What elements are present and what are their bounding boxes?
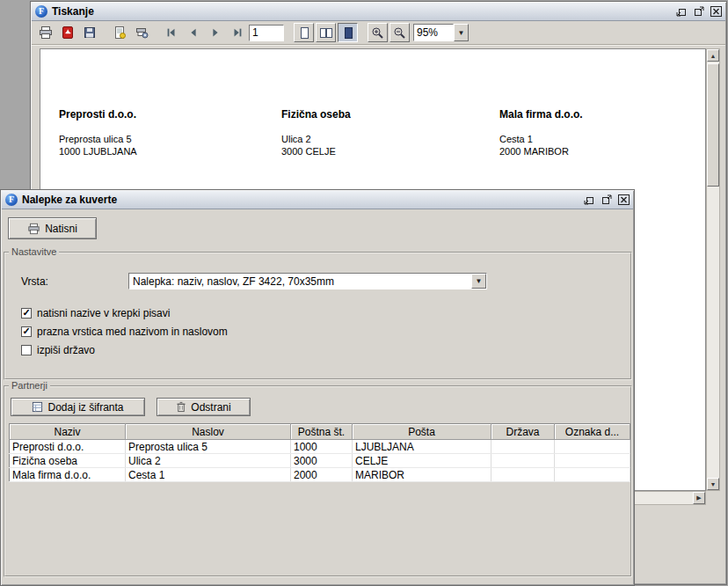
bold-names-checkbox[interactable]: ✓ — [21, 308, 32, 319]
bold-names-checkbox-label: natisni nazive v krepki pisavi — [37, 307, 170, 319]
table-row[interactable]: Mala firma d.o.o. Cesta 1 2000 MARIBOR — [10, 468, 630, 482]
continuous-view-button[interactable] — [338, 23, 358, 42]
cell-drzava[interactable] — [491, 468, 555, 482]
cell-posta[interactable]: LJUBLJANA — [353, 440, 491, 454]
label-street: Preprosta ulica 5 — [59, 133, 137, 145]
column-header-postna-st[interactable]: Poštna št. — [291, 424, 353, 440]
preview-label-3: Mala firma d.o.o. Cesta 1 2000 MARIBOR — [499, 108, 583, 157]
vertical-scrollbar[interactable]: ▲ ▼ — [706, 48, 720, 491]
partners-group: Partnerji Dodaj iz šifranta Odstrani Naz… — [4, 385, 632, 577]
label-name: Fizična oseba — [281, 108, 351, 121]
cell-oznaka[interactable] — [555, 468, 630, 482]
previous-page-icon[interactable] — [183, 23, 203, 42]
column-header-drzava[interactable]: Država — [491, 424, 555, 440]
print-button[interactable] — [35, 23, 55, 42]
cell-naslov[interactable]: Ulica 2 — [126, 454, 291, 468]
zoom-dropdown-arrow-icon[interactable]: ▼ — [454, 24, 469, 41]
print-window-titlebar[interactable]: F Tiskanje — [32, 3, 725, 21]
label-city: 3000 CELJE — [281, 145, 351, 157]
labels-window-titlebar[interactable]: F Nalepke za kuverte — [2, 191, 633, 209]
label-name: Preprosti d.o.o. — [59, 108, 137, 121]
toolbar-separator — [360, 23, 366, 42]
print-country-checkbox[interactable]: ✓ — [21, 345, 32, 355]
cell-naziv[interactable]: Mala firma d.o.o. — [10, 468, 126, 482]
register-icon — [32, 401, 43, 413]
scroll-up-icon[interactable]: ▲ — [707, 49, 719, 62]
maximize-window-icon[interactable] — [693, 6, 704, 18]
cell-posta[interactable]: MARIBOR — [353, 468, 491, 482]
column-header-naslov[interactable]: Naslov — [126, 424, 291, 440]
cell-postna-st[interactable]: 3000 — [291, 454, 353, 468]
preview-label-2: Fizična oseba Ulica 2 3000 CELJE — [281, 108, 351, 157]
zoom-in-button[interactable] — [368, 23, 388, 42]
app-logo-icon: F — [5, 194, 18, 206]
zoom-level-combobox[interactable]: 95% ▼ — [413, 24, 469, 41]
table-row[interactable]: Preprosti d.o.o. Preprosta ulica 5 1000 … — [10, 440, 630, 454]
print-setup-icon[interactable] — [131, 23, 151, 42]
save-icon[interactable] — [79, 23, 99, 42]
printer-icon — [27, 223, 40, 235]
label-street: Ulica 2 — [281, 133, 351, 145]
partners-table[interactable]: Naziv Naslov Poštna št. Pošta Država Ozn… — [9, 423, 630, 482]
facing-pages-view-button[interactable] — [316, 23, 336, 42]
zoom-level-value: 95% — [413, 24, 454, 41]
bold-names-checkbox-row: ✓ natisni nazive v krepki pisavi — [21, 307, 170, 319]
check-icon: ✓ — [22, 308, 30, 317]
first-page-icon[interactable] — [161, 23, 181, 42]
natisni-button-label: Natisni — [45, 223, 77, 235]
remove-button[interactable]: Odstrani — [157, 398, 251, 416]
partners-table-header-row: Naziv Naslov Poštna št. Pošta Država Ozn… — [10, 424, 630, 440]
maximize-window-icon[interactable] — [601, 194, 612, 206]
last-page-icon[interactable] — [227, 23, 247, 42]
trash-icon — [176, 401, 186, 413]
float-window-icon[interactable] — [675, 6, 687, 18]
next-page-icon[interactable] — [205, 23, 225, 42]
cell-naslov[interactable]: Preprosta ulica 5 — [126, 440, 291, 454]
settings-group-label: Nastavitve — [9, 246, 59, 257]
cell-naziv[interactable]: Preprosti d.o.o. — [10, 440, 126, 454]
add-from-register-label: Dodaj iz šifranta — [47, 401, 123, 414]
preview-label-1: Preprosti d.o.o. Preprosta ulica 5 1000 … — [59, 108, 137, 157]
scroll-down-icon[interactable]: ▼ — [707, 478, 719, 490]
label-city: 1000 LJUBLJANA — [59, 145, 137, 157]
cell-oznaka[interactable] — [555, 440, 630, 454]
table-row[interactable]: Fizična oseba Ulica 2 3000 CELJE — [10, 454, 630, 468]
cell-drzava[interactable] — [491, 454, 555, 468]
column-header-posta[interactable]: Pošta — [353, 424, 491, 440]
partners-group-label: Partnerji — [9, 380, 50, 391]
blank-line-checkbox[interactable]: ✓ — [21, 326, 32, 337]
zoom-out-button[interactable] — [389, 23, 410, 42]
cell-drzava[interactable] — [491, 440, 555, 454]
close-window-icon[interactable] — [618, 194, 630, 206]
print-window-controls — [675, 6, 722, 18]
close-window-icon[interactable] — [710, 6, 722, 18]
vertical-scroll-thumb[interactable] — [707, 63, 719, 187]
cell-postna-st[interactable]: 2000 — [291, 468, 353, 482]
print-country-checkbox-label: izpiši državo — [37, 344, 95, 356]
cell-naslov[interactable]: Cesta 1 — [126, 468, 291, 482]
cell-naziv[interactable]: Fizična oseba — [10, 454, 126, 468]
cell-oznaka[interactable] — [555, 454, 630, 468]
label-street: Cesta 1 — [499, 133, 583, 145]
natisni-button[interactable]: Natisni — [8, 217, 97, 239]
column-header-oznaka[interactable]: Oznaka d... — [555, 424, 630, 440]
label-type-dropdown-arrow-icon[interactable]: ▼ — [471, 274, 486, 289]
labels-window: F Nalepke za kuverte Natisni Nastavitve … — [0, 189, 635, 586]
float-window-icon[interactable] — [583, 194, 594, 206]
toolbar-separator — [153, 23, 159, 42]
print-toolbar: 95% ▼ — [32, 21, 725, 45]
scroll-right-icon[interactable]: ▶ — [693, 492, 705, 504]
export-pdf-icon[interactable] — [57, 23, 77, 42]
cell-postna-st[interactable]: 1000 — [291, 440, 353, 454]
label-name: Mala firma d.o.o. — [499, 108, 583, 121]
label-type-value: Nalepka: naziv, naslov, ZF 3422, 70x35mm — [129, 275, 471, 288]
label-city: 2000 MARIBOR — [499, 145, 583, 157]
label-type-combobox[interactable]: Nalepka: naziv, naslov, ZF 3422, 70x35mm… — [128, 273, 487, 289]
add-from-register-button[interactable]: Dodaj iz šifranta — [11, 398, 145, 416]
column-header-naziv[interactable]: Naziv — [10, 424, 126, 440]
export-file-icon[interactable] — [109, 23, 129, 42]
page-number-input[interactable] — [249, 25, 284, 41]
single-page-view-button[interactable] — [294, 23, 314, 42]
blank-line-checkbox-row: ✓ prazna vrstica med nazivom in naslovom — [21, 326, 228, 338]
cell-posta[interactable]: CELJE — [353, 454, 491, 468]
